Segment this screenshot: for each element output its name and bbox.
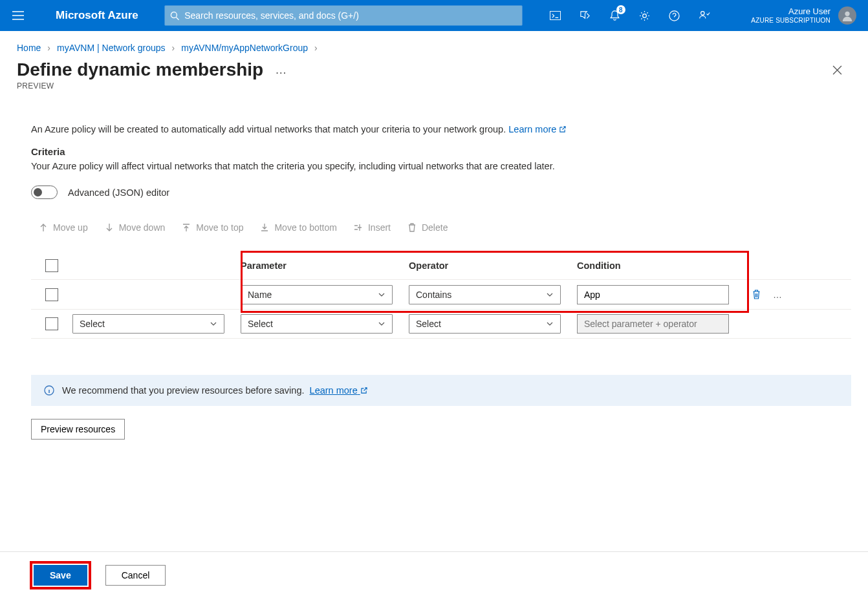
criteria-row: Select Select Select <box>31 309 851 339</box>
column-condition: Condition <box>577 260 732 271</box>
criteria-desc: Your Azure policy will affect virtual ne… <box>31 161 851 171</box>
info-box-text: We recommend that you preview resources … <box>62 385 367 396</box>
move-to-top-button[interactable]: Move to top <box>182 222 243 233</box>
chevron-right-icon: › <box>47 43 50 53</box>
column-operator: Operator <box>409 260 577 271</box>
hamburger-menu-icon[interactable] <box>5 3 31 28</box>
page-title: Define dynamic membership <box>17 59 263 80</box>
parameter-select[interactable]: Name <box>241 285 393 304</box>
info-learn-more-link[interactable]: Learn more <box>310 385 367 396</box>
row-more-icon[interactable]: … <box>773 290 783 300</box>
criteria-row: Name Contains … <box>31 279 851 309</box>
user-subscription: AZURE SUBSCRIPTIUON <box>751 17 830 25</box>
criteria-table-header: Parameter Operator Condition <box>31 252 851 279</box>
chevron-right-icon: › <box>314 43 318 53</box>
svg-rect-2 <box>550 11 561 19</box>
breadcrumb-item[interactable]: myAVNM | Network groups <box>57 43 166 53</box>
svg-point-3 <box>643 14 647 17</box>
row-checkbox[interactable] <box>45 288 58 301</box>
svg-point-4 <box>669 10 679 20</box>
svg-point-5 <box>700 12 704 15</box>
notification-badge: 8 <box>616 5 625 14</box>
parameter-select[interactable]: Select <box>241 314 393 334</box>
help-icon[interactable] <box>660 3 689 28</box>
breadcrumb-item[interactable]: Home <box>17 43 41 53</box>
learn-more-link[interactable]: Learn more <box>508 124 566 134</box>
condition-input[interactable] <box>577 285 729 304</box>
criteria-table: Parameter Operator Condition Name Contai… <box>31 252 851 339</box>
svg-point-6 <box>845 12 849 16</box>
operator-select[interactable]: Select <box>409 314 561 334</box>
select-all-checkbox[interactable] <box>45 259 58 272</box>
user-name: Azure User <box>751 6 830 17</box>
header-icon-group: 8 <box>541 3 719 28</box>
cloud-shell-icon[interactable] <box>541 3 570 28</box>
criteria-label: Criteria <box>31 146 851 157</box>
column-parameter: Parameter <box>241 260 409 271</box>
search-icon <box>170 11 179 21</box>
info-icon <box>44 385 54 396</box>
delete-row-icon[interactable] <box>752 290 761 300</box>
user-info: Azure User AZURE SUBSCRIPTIUON <box>751 6 830 25</box>
feedback-icon[interactable] <box>689 3 719 28</box>
more-icon[interactable]: … <box>275 63 287 77</box>
delete-button[interactable]: Delete <box>407 222 448 233</box>
preview-resources-button[interactable]: Preview resources <box>31 419 125 440</box>
brand-label[interactable]: Microsoft Azure <box>56 9 138 22</box>
insert-button[interactable]: Insert <box>354 222 391 233</box>
settings-icon[interactable] <box>630 3 660 28</box>
advanced-editor-toggle-row: Advanced (JSON) editor <box>31 186 851 199</box>
svg-line-1 <box>176 17 179 19</box>
condition-input <box>577 314 729 334</box>
breadcrumb-item[interactable]: myAVNM/myAppNetworkGroup <box>181 43 308 53</box>
directories-icon[interactable] <box>570 3 600 28</box>
notifications-icon[interactable]: 8 <box>600 3 630 28</box>
top-header: Microsoft Azure 8 Azure User AZURE SUBSC… <box>0 0 868 31</box>
move-to-bottom-button[interactable]: Move to bottom <box>260 222 337 233</box>
operator-select[interactable]: Contains <box>409 285 561 304</box>
move-up-button[interactable]: Move up <box>39 222 88 233</box>
content-area: An Azure policy will be created to autom… <box>0 100 868 440</box>
search-box[interactable] <box>164 5 523 26</box>
intro-text: An Azure policy will be created to autom… <box>31 124 851 134</box>
search-input[interactable] <box>184 10 517 21</box>
avatar-icon[interactable] <box>838 6 856 25</box>
advanced-editor-toggle-label: Advanced (JSON) editor <box>68 187 169 198</box>
title-row: Define dynamic membership … <box>0 57 868 81</box>
andor-select[interactable]: Select <box>72 314 224 334</box>
svg-point-0 <box>171 12 177 17</box>
close-icon[interactable] <box>827 60 847 80</box>
chevron-right-icon: › <box>172 43 175 53</box>
breadcrumb: Home › myAVNM | Network groups › myAVNM/… <box>0 31 868 57</box>
advanced-editor-toggle[interactable] <box>31 186 58 199</box>
header-user-area[interactable]: Azure User AZURE SUBSCRIPTIUON <box>751 6 863 25</box>
move-down-button[interactable]: Move down <box>105 222 166 233</box>
preview-tag: PREVIEW <box>0 81 868 100</box>
preview-info-box: We recommend that you preview resources … <box>31 375 851 406</box>
row-checkbox[interactable] <box>45 317 58 330</box>
row-actions: … <box>752 290 783 300</box>
criteria-action-bar: Move up Move down Move to top Move to bo… <box>31 222 851 246</box>
